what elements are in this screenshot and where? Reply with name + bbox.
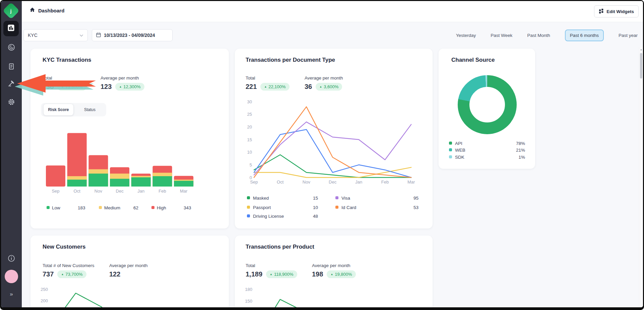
- document-icon: [7, 62, 15, 72]
- new-customers-card: New Customers Total # of New Customers 7…: [30, 236, 229, 307]
- svg-text:25: 25: [247, 112, 252, 117]
- range-tab-past-6-months[interactable]: Past 6 months: [565, 30, 604, 41]
- legend-value: 48: [292, 214, 318, 219]
- logo-letter: j: [10, 8, 12, 13]
- stat-avg-value: 123: [101, 83, 112, 91]
- sidebar-item-info[interactable]: [1, 254, 22, 264]
- svg-text:180: 180: [245, 287, 252, 292]
- transactions-per-document-type-card: Transactions per Document Type Total 221…: [235, 49, 433, 228]
- svg-text:Nov: Nov: [94, 189, 103, 194]
- svg-text:Mar: Mar: [180, 189, 188, 194]
- delta-badge: ▲73,800%: [57, 83, 86, 91]
- svg-text:Jan: Jan: [137, 189, 144, 194]
- legend-label: API: [455, 141, 462, 146]
- svg-text:Oct: Oct: [277, 179, 284, 185]
- svg-text:Dec: Dec: [329, 179, 337, 185]
- legend-value: 10: [292, 205, 318, 210]
- info-icon: [7, 254, 15, 264]
- range-tab-past-month[interactable]: Past Month: [527, 33, 550, 38]
- svg-text:Dec: Dec: [116, 189, 124, 194]
- range-tab-yesterday[interactable]: Yesterday: [456, 33, 476, 38]
- transactions-per-product-card: Transactions per Product Total 1,189 ▲11…: [235, 236, 433, 307]
- browser-window-frame: j: [0, 0, 644, 310]
- legend-value: 62: [133, 205, 138, 210]
- svg-text:5: 5: [250, 162, 252, 167]
- legend-swatch-web: [449, 148, 452, 151]
- tab-status[interactable]: Status: [73, 103, 106, 116]
- svg-text:Feb: Feb: [158, 189, 166, 194]
- kyc-transactions-card: KYC Transactions Total 738 ▲73,800% Aver…: [30, 49, 229, 228]
- vertical-scrollbar[interactable]: ▲: [639, 47, 643, 307]
- date-range-picker[interactable]: 10/13/2023 - 04/09/2024: [92, 29, 173, 41]
- svg-text:200: 200: [41, 298, 48, 303]
- document-type-line-chart: 051015202530SepOctNovDecJanFebMar: [242, 99, 426, 190]
- legend-swatch-medium: [99, 206, 102, 209]
- gear-icon: [7, 98, 15, 107]
- time-range-tabs: Yesterday Past Week Past Month Past 6 mo…: [456, 29, 638, 42]
- sidebar-item-rules[interactable]: [1, 79, 22, 89]
- up-triangle-icon: ▲: [264, 85, 267, 88]
- scroll-up-arrow-icon[interactable]: ▲: [639, 48, 643, 51]
- up-triangle-icon: ▲: [330, 273, 333, 276]
- user-avatar[interactable]: [5, 270, 18, 283]
- sidebar-item-settings[interactable]: [1, 98, 22, 107]
- dashboard-columns-icon: [7, 24, 15, 33]
- sidebar-collapse-chevrons[interactable]: »: [1, 291, 22, 298]
- stat-total-value: 738: [43, 83, 54, 91]
- sidebar-item-monitoring[interactable]: [1, 43, 22, 53]
- stat-total: Total 1,189 ▲118,900%: [246, 263, 297, 278]
- entity-select[interactable]: KYC: [23, 29, 88, 41]
- edit-widgets-label: Edit Widgets: [606, 9, 634, 14]
- range-tab-past-week[interactable]: Past Week: [491, 33, 512, 38]
- legend-label: Passport: [253, 205, 271, 210]
- card-title: New Customers: [43, 244, 85, 250]
- card-title: Transactions per Document Type: [246, 57, 335, 63]
- sidebar-item-dashboard[interactable]: [3, 21, 19, 36]
- up-triangle-icon: ▲: [319, 85, 322, 88]
- transactions-per-product-line-chart: 150180: [242, 282, 429, 307]
- channel-source-donut-chart: [439, 63, 535, 137]
- up-triangle-icon: ▲: [61, 85, 64, 88]
- up-triangle-icon: ▲: [61, 273, 64, 276]
- card-title: KYC Transactions: [43, 57, 91, 63]
- legend-label: Id Card: [341, 205, 356, 210]
- legend-value: 53: [392, 205, 418, 210]
- legend-value: 21%: [499, 148, 525, 153]
- sidebar-item-documents[interactable]: [1, 62, 22, 72]
- legend-swatch-low: [47, 206, 50, 209]
- app-logo[interactable]: j: [3, 2, 20, 19]
- legend-swatch-driving-license: [247, 214, 250, 217]
- breadcrumb-label: Dashboard: [38, 8, 64, 13]
- legend-value: 183: [78, 205, 85, 210]
- radar-icon: [7, 43, 15, 53]
- breadcrumb[interactable]: Dashboard: [29, 7, 64, 14]
- up-triangle-icon: ▲: [119, 85, 122, 88]
- stat-average: Average per month 122: [109, 263, 148, 278]
- svg-text:30: 30: [247, 99, 252, 104]
- legend-label: Medium: [104, 205, 120, 210]
- scrollbar-thumb[interactable]: [640, 53, 642, 79]
- app-window: j: [1, 1, 643, 307]
- stat-total: Total 738 ▲73,800%: [43, 75, 86, 91]
- svg-text:Feb: Feb: [381, 179, 389, 185]
- legend-label: Driving License: [253, 214, 284, 219]
- legend-value: 95: [392, 196, 418, 201]
- svg-text:20: 20: [247, 124, 252, 130]
- range-tab-past-year[interactable]: Past year: [619, 33, 638, 38]
- legend-label: Visa: [341, 196, 350, 201]
- chevron-down-icon: [79, 33, 83, 38]
- svg-text:10: 10: [247, 150, 252, 155]
- stat-total: Total 221 ▲22,100%: [246, 75, 289, 91]
- svg-text:Nov: Nov: [303, 179, 311, 185]
- edit-widgets-button[interactable]: Edit Widgets: [594, 5, 639, 17]
- svg-text:Mar: Mar: [407, 179, 415, 185]
- gavel-icon: [7, 79, 15, 89]
- date-range-value: 10/13/2023 - 04/09/2024: [104, 33, 155, 38]
- legend-label: WEB: [455, 148, 465, 153]
- delta-badge: ▲3,600%: [316, 83, 342, 91]
- tab-risk-score[interactable]: Risk Score: [44, 104, 73, 115]
- sidebar: j: [1, 1, 22, 307]
- widgets-icon: [599, 8, 604, 15]
- legend-swatch-sdk: [449, 155, 452, 158]
- home-icon: [29, 7, 35, 14]
